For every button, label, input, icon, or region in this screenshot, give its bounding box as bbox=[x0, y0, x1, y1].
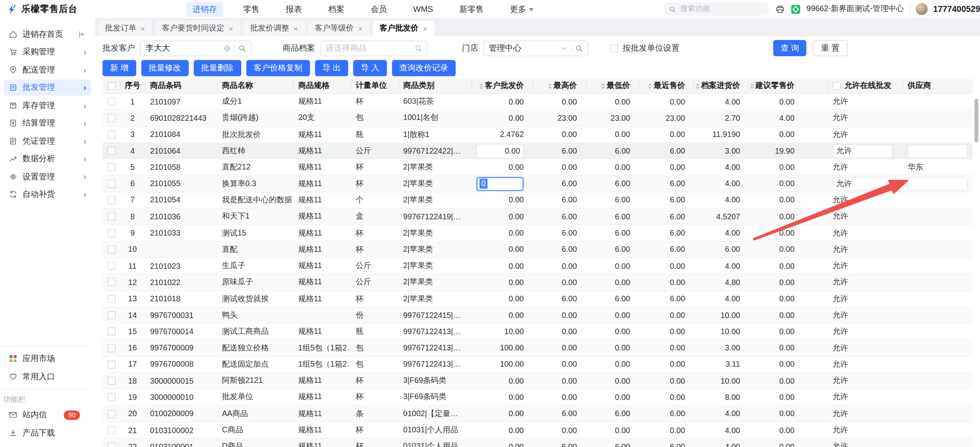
nav-item[interactable]: 新零售 bbox=[453, 2, 490, 17]
sort-icon[interactable] bbox=[648, 83, 652, 89]
table-row: 10直配规格11杯2|苹果类0.006.006.006.006.000.00允许 bbox=[103, 242, 973, 258]
sidebar-item-自动补货[interactable]: 自动补货› bbox=[4, 186, 91, 202]
sidebar-item-凭证管理[interactable]: 凭证管理› bbox=[4, 133, 91, 149]
allow-edit-box[interactable]: 允许 bbox=[833, 144, 892, 158]
row-checkbox[interactable] bbox=[107, 114, 116, 122]
sort-icon[interactable] bbox=[601, 83, 604, 89]
action-button-新增[interactable]: 新 增 bbox=[103, 60, 136, 76]
nav-item[interactable]: 进销存 bbox=[186, 2, 223, 17]
sort-icon[interactable] bbox=[750, 83, 753, 89]
row-checkbox[interactable] bbox=[107, 130, 116, 139]
row-checkbox[interactable] bbox=[107, 393, 116, 401]
action-button-导出[interactable]: 导 出 bbox=[315, 60, 349, 76]
row-checkbox[interactable] bbox=[107, 311, 116, 320]
customer-filter-input[interactable]: 李大大 bbox=[140, 40, 251, 56]
row-checkbox[interactable] bbox=[107, 180, 116, 188]
action-button-导入[interactable]: 导 入 bbox=[353, 60, 387, 76]
avatar[interactable] bbox=[916, 3, 928, 15]
close-icon[interactable]: × bbox=[229, 24, 233, 33]
row-checkbox[interactable] bbox=[107, 295, 116, 303]
row-checkbox[interactable] bbox=[107, 245, 116, 254]
action-button-批量删除[interactable]: 批量删除 bbox=[194, 60, 241, 76]
row-checkbox[interactable] bbox=[107, 97, 116, 106]
sidebar-item-采购管理[interactable]: 采购管理› bbox=[4, 44, 91, 60]
sort-icon[interactable] bbox=[696, 83, 699, 89]
close-icon[interactable]: × bbox=[141, 24, 145, 33]
row-checkbox[interactable] bbox=[107, 377, 116, 385]
store-filter-select[interactable]: 管理中心 bbox=[483, 40, 588, 56]
nav-item[interactable]: 更多 bbox=[504, 2, 540, 17]
sidebar-item-应用市场[interactable]: 应用市场 bbox=[4, 350, 91, 367]
row-checkbox[interactable] bbox=[107, 443, 116, 447]
row-checkbox[interactable] bbox=[107, 229, 116, 237]
supplier-edit-box[interactable] bbox=[908, 177, 967, 191]
action-button-查询改价记录[interactable]: 查询改价记录 bbox=[392, 60, 456, 76]
cell-unit: 杯 bbox=[351, 293, 398, 304]
nav-item[interactable]: WMS bbox=[407, 2, 439, 15]
col-header-min[interactable]: 最低价 bbox=[586, 79, 639, 93]
row-checkbox[interactable] bbox=[107, 278, 116, 287]
col-header-label: 商品类别 bbox=[403, 81, 435, 91]
close-icon[interactable]: × bbox=[423, 24, 427, 33]
wholesale-unit-checkbox[interactable] bbox=[610, 44, 618, 52]
sidebar-item-进销存首页[interactable]: 进销存首页 bbox=[4, 26, 91, 42]
sidebar-item-设置管理[interactable]: 设置管理› bbox=[4, 168, 91, 185]
row-checkbox[interactable] bbox=[107, 426, 116, 434]
col-header-price[interactable]: 客户批发价 bbox=[471, 79, 533, 93]
query-button[interactable]: 查 询 bbox=[773, 40, 807, 56]
search-icon[interactable] bbox=[414, 44, 423, 52]
sidebar-item-站内信[interactable]: 站内信90 bbox=[4, 407, 91, 423]
nav-item[interactable]: 档案 bbox=[322, 2, 351, 17]
action-button-批量修改[interactable]: 批量修改 bbox=[141, 60, 189, 76]
supplier-edit-box[interactable] bbox=[908, 144, 967, 158]
row-checkbox[interactable] bbox=[107, 344, 116, 352]
row-checkbox[interactable] bbox=[107, 163, 116, 171]
nav-item[interactable]: 零售 bbox=[237, 2, 266, 17]
action-button-客户价格复制[interactable]: 客户价格复制 bbox=[246, 60, 310, 76]
row-checkbox[interactable] bbox=[107, 147, 116, 155]
row-checkbox[interactable] bbox=[107, 213, 116, 221]
global-search-input[interactable]: 搜索功能 bbox=[664, 2, 770, 15]
row-checkbox[interactable] bbox=[107, 196, 116, 204]
cell-recent: 6.00 bbox=[639, 442, 693, 447]
allow-online-header-checkbox[interactable] bbox=[833, 82, 841, 90]
nav-item[interactable]: 报表 bbox=[279, 2, 308, 17]
sidebar-item-数据分析[interactable]: 数据分析› bbox=[4, 150, 91, 167]
sidebar-item-产品下载[interactable]: 产品下载 bbox=[4, 424, 91, 441]
sidebar-item-常用入口[interactable]: 常用入口 bbox=[4, 368, 91, 384]
row-checkbox[interactable] bbox=[107, 262, 116, 270]
price-edit-box[interactable]: 0.00 bbox=[476, 144, 524, 158]
cell-name: 批发单位 bbox=[217, 392, 294, 403]
allow-edit-box[interactable]: 允许 bbox=[833, 177, 892, 191]
sort-icon[interactable] bbox=[548, 83, 551, 89]
sidebar-item-库存管理[interactable]: 库存管理› bbox=[4, 97, 91, 113]
sidebar-item-批发管理[interactable]: 批发管理› bbox=[4, 79, 91, 95]
col-header-max[interactable]: 最高价 bbox=[532, 79, 585, 93]
tab-批发订单[interactable]: 批发订单× bbox=[98, 21, 152, 36]
reset-button[interactable]: 重 置 bbox=[813, 40, 848, 56]
printer-icon[interactable] bbox=[775, 4, 785, 14]
sidebar-item-配送管理[interactable]: 配送管理› bbox=[4, 61, 91, 78]
row-checkbox[interactable] bbox=[107, 360, 116, 369]
row-checkbox[interactable] bbox=[107, 410, 116, 418]
col-header-purchase[interactable]: 档案进货价 bbox=[693, 79, 747, 93]
search-icon[interactable] bbox=[575, 44, 583, 52]
row-checkbox[interactable] bbox=[107, 327, 116, 336]
col-header-recent[interactable]: 最近售价 bbox=[639, 79, 693, 93]
clear-icon[interactable] bbox=[223, 44, 231, 52]
tab-客户等级价[interactable]: 客户等级价× bbox=[308, 21, 369, 36]
sidebar-item-结算管理[interactable]: 结算管理› bbox=[4, 115, 91, 131]
close-icon[interactable]: × bbox=[358, 24, 362, 33]
product-filter-input[interactable]: 请选择商品 bbox=[320, 40, 427, 56]
tab-批发价调整[interactable]: 批发价调整× bbox=[243, 21, 305, 36]
price-edit-input[interactable]: 0 bbox=[476, 177, 524, 191]
vertical-scrollbar[interactable] bbox=[974, 99, 978, 142]
tab-客户批发价[interactable]: 客户批发价× bbox=[373, 21, 434, 36]
select-all-checkbox[interactable] bbox=[107, 82, 116, 90]
sort-icon[interactable] bbox=[479, 83, 483, 89]
nav-item[interactable]: 会员 bbox=[364, 2, 393, 17]
col-header-suggest[interactable]: 建议零售价 bbox=[747, 79, 827, 93]
tab-客户要货时间设定[interactable]: 客户要货时间设定× bbox=[155, 21, 240, 36]
search-icon[interactable] bbox=[238, 44, 246, 52]
close-icon[interactable]: × bbox=[294, 24, 298, 33]
